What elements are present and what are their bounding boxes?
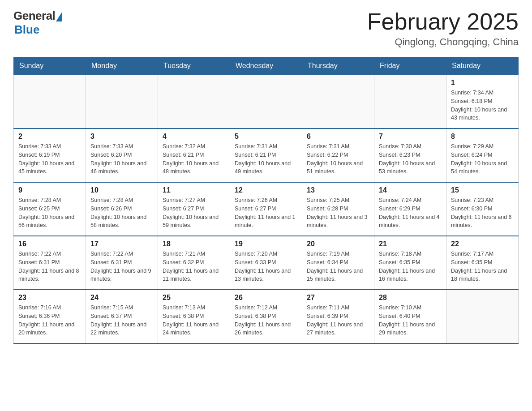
day-number: 25 <box>163 294 225 302</box>
calendar-cell <box>374 75 446 128</box>
weekday-header-sunday: Sunday <box>14 57 86 75</box>
logo: General Blue <box>13 9 62 37</box>
calendar-cell: 20Sunrise: 7:19 AMSunset: 6:34 PMDayligh… <box>302 236 374 290</box>
day-number: 1 <box>451 79 514 87</box>
weekday-header-monday: Monday <box>86 57 158 75</box>
calendar-cell: 1Sunrise: 7:34 AMSunset: 6:18 PMDaylight… <box>446 75 519 128</box>
day-info: Sunrise: 7:22 AMSunset: 6:31 PMDaylight:… <box>18 250 81 283</box>
day-info: Sunrise: 7:15 AMSunset: 6:37 PMDaylight:… <box>90 304 153 337</box>
day-info: Sunrise: 7:13 AMSunset: 6:38 PMDaylight:… <box>163 304 225 337</box>
day-info: Sunrise: 7:25 AMSunset: 6:28 PMDaylight:… <box>307 196 369 230</box>
day-number: 24 <box>90 294 153 302</box>
calendar-cell: 21Sunrise: 7:18 AMSunset: 6:35 PMDayligh… <box>374 236 446 290</box>
day-info: Sunrise: 7:27 AMSunset: 6:27 PMDaylight:… <box>163 196 225 230</box>
calendar-cell <box>302 75 374 128</box>
calendar-cell: 11Sunrise: 7:27 AMSunset: 6:27 PMDayligh… <box>158 182 230 236</box>
calendar-cell: 19Sunrise: 7:20 AMSunset: 6:33 PMDayligh… <box>230 236 302 290</box>
day-info: Sunrise: 7:31 AMSunset: 6:22 PMDaylight:… <box>307 142 369 176</box>
calendar-cell: 28Sunrise: 7:10 AMSunset: 6:40 PMDayligh… <box>374 290 446 343</box>
calendar-table: SundayMondayTuesdayWednesdayThursdayFrid… <box>13 57 519 344</box>
day-info: Sunrise: 7:29 AMSunset: 6:24 PMDaylight:… <box>451 142 514 176</box>
day-number: 9 <box>18 186 81 194</box>
weekday-header-thursday: Thursday <box>302 57 374 75</box>
day-number: 12 <box>235 186 297 194</box>
calendar-cell: 3Sunrise: 7:33 AMSunset: 6:20 PMDaylight… <box>86 128 158 182</box>
logo-blue-text: Blue <box>14 23 39 37</box>
calendar-cell: 13Sunrise: 7:25 AMSunset: 6:28 PMDayligh… <box>302 182 374 236</box>
calendar-cell: 26Sunrise: 7:12 AMSunset: 6:38 PMDayligh… <box>230 290 302 343</box>
day-info: Sunrise: 7:12 AMSunset: 6:38 PMDaylight:… <box>235 304 297 337</box>
calendar-cell: 18Sunrise: 7:21 AMSunset: 6:32 PMDayligh… <box>158 236 230 290</box>
calendar-cell <box>86 75 158 128</box>
title-section: February 2025 Qinglong, Chongqing, China <box>367 9 519 48</box>
day-number: 28 <box>379 294 442 302</box>
day-number: 6 <box>307 133 369 141</box>
calendar-cell: 14Sunrise: 7:24 AMSunset: 6:29 PMDayligh… <box>374 182 446 236</box>
calendar-cell: 23Sunrise: 7:16 AMSunset: 6:36 PMDayligh… <box>14 290 86 343</box>
weekday-header-wednesday: Wednesday <box>230 57 302 75</box>
calendar-week-row: 23Sunrise: 7:16 AMSunset: 6:36 PMDayligh… <box>14 290 519 343</box>
day-number: 2 <box>18 133 81 141</box>
calendar-cell: 4Sunrise: 7:32 AMSunset: 6:21 PMDaylight… <box>158 128 230 182</box>
calendar-cell: 24Sunrise: 7:15 AMSunset: 6:37 PMDayligh… <box>86 290 158 343</box>
day-number: 27 <box>307 294 369 302</box>
calendar-cell: 15Sunrise: 7:23 AMSunset: 6:30 PMDayligh… <box>446 182 519 236</box>
day-info: Sunrise: 7:33 AMSunset: 6:19 PMDaylight:… <box>18 142 81 176</box>
calendar-cell <box>14 75 86 128</box>
calendar-cell: 12Sunrise: 7:26 AMSunset: 6:27 PMDayligh… <box>230 182 302 236</box>
calendar-cell: 5Sunrise: 7:31 AMSunset: 6:21 PMDaylight… <box>230 128 302 182</box>
day-number: 5 <box>235 133 297 141</box>
day-info: Sunrise: 7:11 AMSunset: 6:39 PMDaylight:… <box>307 304 369 337</box>
calendar-cell: 7Sunrise: 7:30 AMSunset: 6:23 PMDaylight… <box>374 128 446 182</box>
day-number: 18 <box>163 240 225 248</box>
logo-triangle-icon <box>56 12 62 21</box>
calendar-cell: 17Sunrise: 7:22 AMSunset: 6:31 PMDayligh… <box>86 236 158 290</box>
location-text: Qinglong, Chongqing, China <box>367 36 519 48</box>
calendar-cell: 16Sunrise: 7:22 AMSunset: 6:31 PMDayligh… <box>14 236 86 290</box>
day-info: Sunrise: 7:23 AMSunset: 6:30 PMDaylight:… <box>451 196 514 230</box>
calendar-week-row: 16Sunrise: 7:22 AMSunset: 6:31 PMDayligh… <box>14 236 519 290</box>
day-info: Sunrise: 7:16 AMSunset: 6:36 PMDaylight:… <box>18 304 81 337</box>
weekday-header-tuesday: Tuesday <box>158 57 230 75</box>
day-number: 10 <box>90 186 153 194</box>
day-info: Sunrise: 7:34 AMSunset: 6:18 PMDaylight:… <box>451 89 514 122</box>
page-header: General Blue February 2025 Qinglong, Cho… <box>13 9 519 48</box>
day-info: Sunrise: 7:32 AMSunset: 6:21 PMDaylight:… <box>163 142 225 176</box>
day-info: Sunrise: 7:24 AMSunset: 6:29 PMDaylight:… <box>379 196 442 230</box>
day-info: Sunrise: 7:20 AMSunset: 6:33 PMDaylight:… <box>235 250 297 283</box>
day-number: 21 <box>379 240 442 248</box>
day-info: Sunrise: 7:31 AMSunset: 6:21 PMDaylight:… <box>235 142 297 176</box>
calendar-week-row: 1Sunrise: 7:34 AMSunset: 6:18 PMDaylight… <box>14 75 519 128</box>
day-info: Sunrise: 7:21 AMSunset: 6:32 PMDaylight:… <box>163 250 225 283</box>
calendar-cell: 6Sunrise: 7:31 AMSunset: 6:22 PMDaylight… <box>302 128 374 182</box>
day-number: 15 <box>451 186 514 194</box>
calendar-cell <box>230 75 302 128</box>
calendar-cell: 27Sunrise: 7:11 AMSunset: 6:39 PMDayligh… <box>302 290 374 343</box>
weekday-header-row: SundayMondayTuesdayWednesdayThursdayFrid… <box>14 57 519 75</box>
calendar-cell: 22Sunrise: 7:17 AMSunset: 6:35 PMDayligh… <box>446 236 519 290</box>
day-number: 19 <box>235 240 297 248</box>
day-info: Sunrise: 7:26 AMSunset: 6:27 PMDaylight:… <box>235 196 297 230</box>
calendar-cell: 25Sunrise: 7:13 AMSunset: 6:38 PMDayligh… <box>158 290 230 343</box>
calendar-cell: 9Sunrise: 7:28 AMSunset: 6:25 PMDaylight… <box>14 182 86 236</box>
day-number: 17 <box>90 240 153 248</box>
calendar-cell: 10Sunrise: 7:28 AMSunset: 6:26 PMDayligh… <box>86 182 158 236</box>
day-info: Sunrise: 7:30 AMSunset: 6:23 PMDaylight:… <box>379 142 442 176</box>
calendar-cell: 2Sunrise: 7:33 AMSunset: 6:19 PMDaylight… <box>14 128 86 182</box>
day-number: 14 <box>379 186 442 194</box>
day-info: Sunrise: 7:28 AMSunset: 6:25 PMDaylight:… <box>18 196 81 230</box>
calendar-week-row: 2Sunrise: 7:33 AMSunset: 6:19 PMDaylight… <box>14 128 519 182</box>
weekday-header-friday: Friday <box>374 57 446 75</box>
day-info: Sunrise: 7:33 AMSunset: 6:20 PMDaylight:… <box>90 142 153 176</box>
day-info: Sunrise: 7:17 AMSunset: 6:35 PMDaylight:… <box>451 250 514 283</box>
day-number: 13 <box>307 186 369 194</box>
day-number: 4 <box>163 133 225 141</box>
day-info: Sunrise: 7:10 AMSunset: 6:40 PMDaylight:… <box>379 304 442 337</box>
day-number: 23 <box>18 294 81 302</box>
day-number: 22 <box>451 240 514 248</box>
calendar-week-row: 9Sunrise: 7:28 AMSunset: 6:25 PMDaylight… <box>14 182 519 236</box>
month-title: February 2025 <box>367 9 519 34</box>
day-number: 7 <box>379 133 442 141</box>
day-number: 8 <box>451 133 514 141</box>
calendar-cell: 8Sunrise: 7:29 AMSunset: 6:24 PMDaylight… <box>446 128 519 182</box>
